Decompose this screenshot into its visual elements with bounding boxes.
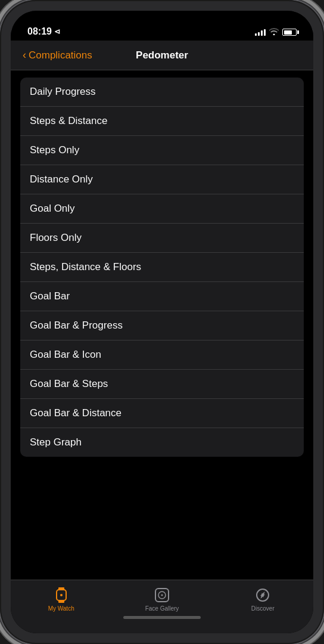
time-display: 08:19 xyxy=(27,26,52,37)
my-watch-icon xyxy=(54,587,69,603)
list-item-goal-bar-steps[interactable]: Goal Bar & Steps xyxy=(20,370,304,399)
list-item-steps-distance[interactable]: Steps & Distance xyxy=(20,107,304,136)
back-label: Complications xyxy=(29,49,92,61)
tab-bar: My Watch Face Gallery xyxy=(11,580,313,633)
signal-bar-1 xyxy=(255,33,257,36)
list-item-text-steps-only: Steps Only xyxy=(30,144,294,156)
phone-frame: 08:19 ⊲ xyxy=(0,0,324,644)
nav-bar: ‹ Complications Pedometer xyxy=(11,41,313,70)
list-item-text-goal-bar-distance: Goal Bar & Distance xyxy=(30,407,294,419)
list-item-steps-distance-floors[interactable]: Steps, Distance & Floors xyxy=(20,253,304,282)
face-gallery-label: Face Gallery xyxy=(145,605,179,612)
list-item-text-goal-bar-icon: Goal Bar & Icon xyxy=(30,349,294,361)
signal-bars xyxy=(255,29,266,36)
list-item-goal-bar-progress[interactable]: Goal Bar & Progress xyxy=(20,311,304,340)
list-item-floors-only[interactable]: Floors Only xyxy=(20,224,304,253)
list-section: Daily ProgressSteps & DistanceSteps Only… xyxy=(20,78,304,457)
list-item-goal-bar[interactable]: Goal Bar xyxy=(20,282,304,311)
notch xyxy=(114,11,210,27)
list-item-step-graph[interactable]: Step Graph xyxy=(20,428,304,457)
wifi-icon xyxy=(269,27,279,37)
list-item-text-goal-bar-progress: Goal Bar & Progress xyxy=(30,320,294,332)
list-item-text-goal-bar: Goal Bar xyxy=(30,290,294,302)
discover-icon xyxy=(255,587,270,603)
location-icon: ⊲ xyxy=(54,27,60,36)
discover-label: Discover xyxy=(251,605,275,612)
tab-face-gallery[interactable]: Face Gallery xyxy=(111,585,212,612)
signal-bar-4 xyxy=(264,29,266,36)
main-content[interactable]: Daily ProgressSteps & DistanceSteps Only… xyxy=(11,70,313,580)
list-item-goal-bar-distance[interactable]: Goal Bar & Distance xyxy=(20,399,304,428)
list-item-steps-only[interactable]: Steps Only xyxy=(20,136,304,165)
watch-band-bottom xyxy=(58,600,64,603)
signal-bar-2 xyxy=(258,32,260,36)
list-item-daily-progress[interactable]: Daily Progress xyxy=(20,78,304,107)
list-item-goal-only[interactable]: Goal Only xyxy=(20,194,304,224)
battery-icon xyxy=(282,29,297,36)
watch-body xyxy=(56,589,67,601)
tab-discover[interactable]: Discover xyxy=(213,585,313,612)
list-item-text-goal-only: Goal Only xyxy=(30,203,294,215)
page-title: Pedometer xyxy=(136,49,188,61)
my-watch-label: My Watch xyxy=(48,605,74,612)
home-indicator xyxy=(123,616,201,619)
screen: 08:19 ⊲ xyxy=(11,11,313,633)
watch-face-dot xyxy=(60,594,63,596)
signal-bar-3 xyxy=(261,30,263,36)
tab-my-watch[interactable]: My Watch xyxy=(11,585,111,612)
list-item-text-step-graph: Step Graph xyxy=(30,436,294,448)
battery-fill xyxy=(284,30,292,35)
face-gallery-icon xyxy=(154,587,170,603)
svg-point-2 xyxy=(161,595,163,596)
list-item-distance-only[interactable]: Distance Only xyxy=(20,165,304,194)
list-item-text-daily-progress: Daily Progress xyxy=(30,86,294,98)
list-item-text-steps-distance: Steps & Distance xyxy=(30,115,294,127)
list-item-goal-bar-icon[interactable]: Goal Bar & Icon xyxy=(20,340,304,370)
back-chevron-icon: ‹ xyxy=(23,49,26,61)
list-item-text-steps-distance-floors: Steps, Distance & Floors xyxy=(30,261,294,273)
nav-back-button[interactable]: ‹ Complications xyxy=(23,49,92,61)
status-icons xyxy=(255,27,297,37)
status-time: 08:19 ⊲ xyxy=(27,26,60,37)
list-item-text-distance-only: Distance Only xyxy=(30,174,294,185)
list-item-text-floors-only: Floors Only xyxy=(30,232,294,244)
list-item-text-goal-bar-steps: Goal Bar & Steps xyxy=(30,378,294,390)
watch-icon-graphic xyxy=(55,587,68,603)
